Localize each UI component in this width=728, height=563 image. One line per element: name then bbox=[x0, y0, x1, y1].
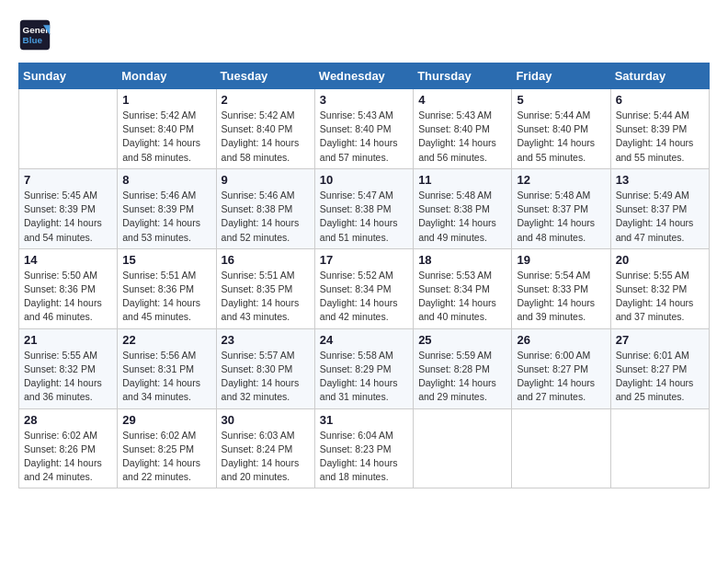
day-number: 14 bbox=[24, 253, 112, 267]
day-number: 17 bbox=[320, 253, 408, 267]
day-number: 10 bbox=[320, 173, 408, 187]
calendar-cell: 21Sunrise: 5:55 AM Sunset: 8:32 PM Dayli… bbox=[19, 328, 118, 408]
cell-info: Sunrise: 5:50 AM Sunset: 8:36 PM Dayligh… bbox=[24, 269, 112, 325]
calendar-cell: 23Sunrise: 5:57 AM Sunset: 8:30 PM Dayli… bbox=[216, 328, 314, 408]
calendar-cell bbox=[19, 89, 118, 169]
day-number: 2 bbox=[222, 93, 310, 107]
day-number: 11 bbox=[418, 173, 506, 187]
header-thursday: Thursday bbox=[414, 63, 512, 89]
header-sunday: Sunday bbox=[19, 63, 118, 89]
calendar-cell: 1Sunrise: 5:42 AM Sunset: 8:40 PM Daylig… bbox=[118, 89, 216, 169]
week-row-1: 1Sunrise: 5:42 AM Sunset: 8:40 PM Daylig… bbox=[19, 89, 710, 169]
logo: General Blue bbox=[18, 18, 55, 52]
cell-info: Sunrise: 5:49 AM Sunset: 8:37 PM Dayligh… bbox=[616, 189, 704, 245]
calendar-cell: 9Sunrise: 5:46 AM Sunset: 8:38 PM Daylig… bbox=[216, 168, 314, 248]
cell-info: Sunrise: 5:55 AM Sunset: 8:32 PM Dayligh… bbox=[24, 349, 112, 405]
day-number: 4 bbox=[418, 93, 506, 107]
day-number: 15 bbox=[122, 253, 210, 267]
day-number: 26 bbox=[517, 333, 605, 347]
cell-info: Sunrise: 5:55 AM Sunset: 8:32 PM Dayligh… bbox=[616, 269, 704, 325]
calendar-cell: 20Sunrise: 5:55 AM Sunset: 8:32 PM Dayli… bbox=[610, 248, 709, 328]
day-number: 1 bbox=[122, 93, 210, 107]
calendar-cell: 13Sunrise: 5:49 AM Sunset: 8:37 PM Dayli… bbox=[610, 168, 709, 248]
cell-info: Sunrise: 5:51 AM Sunset: 8:36 PM Dayligh… bbox=[122, 269, 210, 325]
header-row: SundayMondayTuesdayWednesdayThursdayFrid… bbox=[19, 63, 710, 89]
cell-info: Sunrise: 5:42 AM Sunset: 8:40 PM Dayligh… bbox=[122, 109, 210, 165]
cell-info: Sunrise: 5:43 AM Sunset: 8:40 PM Dayligh… bbox=[418, 109, 506, 165]
calendar-cell: 19Sunrise: 5:54 AM Sunset: 8:33 PM Dayli… bbox=[512, 248, 610, 328]
calendar-cell: 2Sunrise: 5:42 AM Sunset: 8:40 PM Daylig… bbox=[216, 89, 314, 169]
calendar-body: 1Sunrise: 5:42 AM Sunset: 8:40 PM Daylig… bbox=[19, 89, 710, 488]
calendar-cell: 4Sunrise: 5:43 AM Sunset: 8:40 PM Daylig… bbox=[414, 89, 512, 169]
cell-info: Sunrise: 5:53 AM Sunset: 8:34 PM Dayligh… bbox=[418, 269, 506, 325]
week-row-3: 14Sunrise: 5:50 AM Sunset: 8:36 PM Dayli… bbox=[19, 248, 710, 328]
day-number: 31 bbox=[320, 413, 408, 427]
day-number: 13 bbox=[616, 173, 704, 187]
calendar-cell: 31Sunrise: 6:04 AM Sunset: 8:23 PM Dayli… bbox=[314, 408, 413, 488]
calendar-cell: 16Sunrise: 5:51 AM Sunset: 8:35 PM Dayli… bbox=[216, 248, 314, 328]
calendar-cell: 26Sunrise: 6:00 AM Sunset: 8:27 PM Dayli… bbox=[512, 328, 610, 408]
calendar-cell: 5Sunrise: 5:44 AM Sunset: 8:40 PM Daylig… bbox=[512, 89, 610, 169]
calendar-cell: 15Sunrise: 5:51 AM Sunset: 8:36 PM Dayli… bbox=[118, 248, 216, 328]
calendar-cell bbox=[512, 408, 610, 488]
page: General Blue SundayMondayTuesdayWednesda… bbox=[0, 0, 728, 563]
calendar-cell: 24Sunrise: 5:58 AM Sunset: 8:29 PM Dayli… bbox=[314, 328, 413, 408]
cell-info: Sunrise: 5:42 AM Sunset: 8:40 PM Dayligh… bbox=[222, 109, 310, 165]
calendar-header: SundayMondayTuesdayWednesdayThursdayFrid… bbox=[19, 63, 710, 89]
day-number: 23 bbox=[222, 333, 310, 347]
calendar-cell: 17Sunrise: 5:52 AM Sunset: 8:34 PM Dayli… bbox=[314, 248, 413, 328]
day-number: 8 bbox=[122, 173, 210, 187]
day-number: 22 bbox=[122, 333, 210, 347]
week-row-2: 7Sunrise: 5:45 AM Sunset: 8:39 PM Daylig… bbox=[19, 168, 710, 248]
header-friday: Friday bbox=[512, 63, 610, 89]
cell-info: Sunrise: 5:46 AM Sunset: 8:39 PM Dayligh… bbox=[122, 189, 210, 245]
day-number: 28 bbox=[24, 413, 112, 427]
calendar-cell: 3Sunrise: 5:43 AM Sunset: 8:40 PM Daylig… bbox=[314, 89, 413, 169]
day-number: 16 bbox=[222, 253, 310, 267]
cell-info: Sunrise: 6:02 AM Sunset: 8:25 PM Dayligh… bbox=[122, 429, 210, 485]
day-number: 21 bbox=[24, 333, 112, 347]
week-row-5: 28Sunrise: 6:02 AM Sunset: 8:26 PM Dayli… bbox=[19, 408, 710, 488]
cell-info: Sunrise: 5:44 AM Sunset: 8:39 PM Dayligh… bbox=[616, 109, 704, 165]
day-number: 12 bbox=[517, 173, 605, 187]
calendar-cell: 8Sunrise: 5:46 AM Sunset: 8:39 PM Daylig… bbox=[118, 168, 216, 248]
calendar-cell bbox=[610, 408, 709, 488]
header-monday: Monday bbox=[118, 63, 216, 89]
calendar-cell: 22Sunrise: 5:56 AM Sunset: 8:31 PM Dayli… bbox=[118, 328, 216, 408]
day-number: 19 bbox=[517, 253, 605, 267]
day-number: 24 bbox=[320, 333, 408, 347]
day-number: 3 bbox=[320, 93, 408, 107]
calendar-cell: 27Sunrise: 6:01 AM Sunset: 8:27 PM Dayli… bbox=[610, 328, 709, 408]
header: General Blue bbox=[18, 18, 710, 52]
calendar-cell: 18Sunrise: 5:53 AM Sunset: 8:34 PM Dayli… bbox=[414, 248, 512, 328]
header-tuesday: Tuesday bbox=[216, 63, 314, 89]
cell-info: Sunrise: 5:52 AM Sunset: 8:34 PM Dayligh… bbox=[320, 269, 408, 325]
calendar-cell: 11Sunrise: 5:48 AM Sunset: 8:38 PM Dayli… bbox=[414, 168, 512, 248]
day-number: 27 bbox=[616, 333, 704, 347]
logo-icon: General Blue bbox=[18, 18, 51, 52]
day-number: 29 bbox=[122, 413, 210, 427]
cell-info: Sunrise: 5:51 AM Sunset: 8:35 PM Dayligh… bbox=[222, 269, 310, 325]
cell-info: Sunrise: 6:04 AM Sunset: 8:23 PM Dayligh… bbox=[320, 429, 408, 485]
calendar-cell: 7Sunrise: 5:45 AM Sunset: 8:39 PM Daylig… bbox=[19, 168, 118, 248]
cell-info: Sunrise: 5:45 AM Sunset: 8:39 PM Dayligh… bbox=[24, 189, 112, 245]
cell-info: Sunrise: 5:48 AM Sunset: 8:38 PM Dayligh… bbox=[418, 189, 506, 245]
cell-info: Sunrise: 5:43 AM Sunset: 8:40 PM Dayligh… bbox=[320, 109, 408, 165]
svg-text:Blue: Blue bbox=[23, 35, 43, 45]
calendar-cell: 25Sunrise: 5:59 AM Sunset: 8:28 PM Dayli… bbox=[414, 328, 512, 408]
cell-info: Sunrise: 5:48 AM Sunset: 8:37 PM Dayligh… bbox=[517, 189, 605, 245]
day-number: 20 bbox=[616, 253, 704, 267]
calendar-cell: 12Sunrise: 5:48 AM Sunset: 8:37 PM Dayli… bbox=[512, 168, 610, 248]
day-number: 25 bbox=[418, 333, 506, 347]
calendar-cell: 14Sunrise: 5:50 AM Sunset: 8:36 PM Dayli… bbox=[19, 248, 118, 328]
day-number: 5 bbox=[517, 93, 605, 107]
calendar-cell: 10Sunrise: 5:47 AM Sunset: 8:38 PM Dayli… bbox=[314, 168, 413, 248]
cell-info: Sunrise: 6:00 AM Sunset: 8:27 PM Dayligh… bbox=[517, 349, 605, 405]
cell-info: Sunrise: 6:02 AM Sunset: 8:26 PM Dayligh… bbox=[24, 429, 112, 485]
day-number: 7 bbox=[24, 173, 112, 187]
day-number: 30 bbox=[222, 413, 310, 427]
cell-info: Sunrise: 6:01 AM Sunset: 8:27 PM Dayligh… bbox=[616, 349, 704, 405]
calendar-cell: 30Sunrise: 6:03 AM Sunset: 8:24 PM Dayli… bbox=[216, 408, 314, 488]
calendar-cell bbox=[414, 408, 512, 488]
calendar-cell: 6Sunrise: 5:44 AM Sunset: 8:39 PM Daylig… bbox=[610, 89, 709, 169]
